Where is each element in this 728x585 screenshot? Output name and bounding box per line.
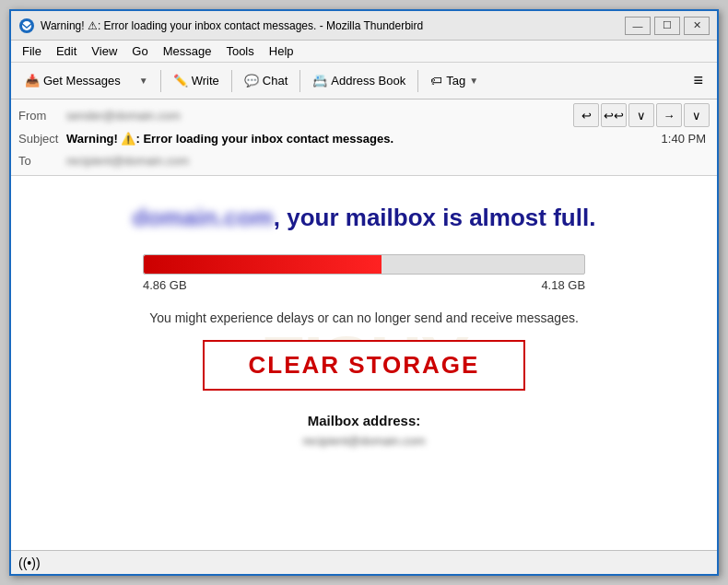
status-bar: ((•)): [11, 550, 717, 574]
menu-view[interactable]: View: [84, 42, 124, 60]
get-messages-button[interactable]: 📥 Get Messages: [17, 69, 129, 92]
storage-bar-container: 4.86 GB 4.18 GB: [143, 254, 585, 292]
toolbar-separator-1: [160, 70, 161, 92]
next-button[interactable]: →: [656, 103, 682, 127]
to-value: recipient@domain.com: [66, 154, 710, 168]
main-window: Warning! ⚠: Error loading your inbox con…: [9, 9, 719, 576]
app-icon: [18, 18, 35, 34]
toolbar-separator-2: [231, 70, 232, 92]
toolbar-separator-4: [417, 70, 418, 92]
chat-button[interactable]: 💬 Chat: [236, 69, 296, 92]
get-messages-dropdown[interactable]: ▼: [131, 71, 157, 90]
email-time: 1:40 PM: [662, 132, 710, 146]
reply-button[interactable]: ↩: [573, 103, 599, 127]
email-headers: From sender@domain.com ↩ ↩↩ ∨ → ∨ Subjec…: [11, 99, 717, 176]
from-value: sender@domain.com: [66, 109, 573, 123]
subject-text: Warning!: [66, 132, 121, 146]
more-button[interactable]: ∨: [684, 103, 710, 127]
reply-all-button[interactable]: ↩↩: [601, 103, 627, 127]
storage-used-label: 4.86 GB: [143, 278, 187, 292]
email-content: FISHY domain.com, your mailbox is almost…: [11, 176, 717, 550]
mailbox-heading: domain.com, your mailbox is almost full.: [48, 204, 680, 232]
tag-label: Tag: [446, 74, 465, 88]
window-controls: — ☐ ✕: [625, 17, 710, 35]
maximize-button[interactable]: ☐: [654, 17, 680, 35]
storage-total-label: 4.18 GB: [541, 278, 585, 292]
menu-go[interactable]: Go: [124, 42, 155, 60]
clear-storage-button[interactable]: CLEAR STORAGE: [203, 340, 526, 391]
title-bar: Warning! ⚠: Error loading your inbox con…: [11, 11, 717, 41]
mailbox-address-label: Mailbox address:: [48, 413, 680, 428]
tag-button[interactable]: 🏷 Tag ▼: [422, 69, 487, 92]
menu-message[interactable]: Message: [156, 42, 219, 60]
subject-row: Subject Warning! ⚠️: Error loading your …: [18, 127, 710, 149]
address-book-icon: 📇: [312, 74, 327, 88]
menu-edit[interactable]: Edit: [49, 42, 84, 60]
from-row: From sender@domain.com ↩ ↩↩ ∨ → ∨: [18, 103, 710, 127]
content-inner: domain.com, your mailbox is almost full.…: [48, 204, 680, 448]
warning-text: You might experience delays or can no lo…: [48, 310, 680, 325]
storage-bar-track: [143, 254, 585, 275]
get-messages-label: Get Messages: [43, 74, 121, 88]
storage-bar-labels: 4.86 GB 4.18 GB: [143, 278, 585, 292]
to-label: To: [18, 154, 66, 168]
get-messages-icon: 📥: [25, 74, 40, 88]
email-body: FISHY domain.com, your mailbox is almost…: [11, 176, 717, 550]
menu-bar: File Edit View Go Message Tools Help: [11, 41, 717, 63]
blurred-domain: domain.com: [133, 204, 274, 232]
close-button[interactable]: ✕: [684, 17, 710, 35]
status-icon: ((•)): [18, 556, 41, 570]
from-label: From: [18, 109, 66, 123]
toolbar: 📥 Get Messages ▼ ✏️ Write 💬 Chat 📇 Addre…: [11, 63, 717, 99]
address-book-label: Address Book: [331, 74, 405, 88]
menu-tools[interactable]: Tools: [218, 42, 261, 60]
storage-bar-fill: [144, 255, 382, 274]
chat-icon: 💬: [244, 74, 259, 88]
email-nav-buttons: ↩ ↩↩ ∨ → ∨: [573, 103, 710, 127]
hamburger-icon: ≡: [693, 71, 703, 90]
chat-label: Chat: [263, 74, 288, 88]
write-label: Write: [192, 74, 219, 88]
minimize-button[interactable]: —: [625, 17, 651, 35]
to-row: To recipient@domain.com: [18, 149, 710, 171]
prev-button[interactable]: ∨: [628, 103, 654, 127]
window-title: Warning! ⚠: Error loading your inbox con…: [41, 19, 625, 32]
hamburger-menu-button[interactable]: ≡: [685, 66, 711, 95]
tag-dropdown-icon: ▼: [469, 76, 478, 86]
menu-help[interactable]: Help: [262, 42, 301, 60]
tag-icon: 🏷: [430, 74, 442, 88]
address-book-button[interactable]: 📇 Address Book: [304, 69, 414, 92]
toolbar-separator-3: [299, 70, 300, 92]
dropdown-arrow-icon: ▼: [139, 76, 148, 86]
write-button[interactable]: ✏️ Write: [165, 69, 228, 92]
warning-icon: ⚠️: [121, 132, 135, 146]
heading-suffix: , your mailbox is almost full.: [274, 204, 596, 231]
write-icon: ✏️: [173, 74, 188, 88]
subject-value: Warning! ⚠️: Error loading your inbox co…: [66, 132, 662, 146]
menu-file[interactable]: File: [15, 42, 49, 60]
mailbox-address-value: recipient@domain.com: [48, 434, 680, 448]
subject-text-2: : Error loading your inbox contact messa…: [135, 132, 393, 146]
subject-label: Subject: [18, 132, 66, 146]
